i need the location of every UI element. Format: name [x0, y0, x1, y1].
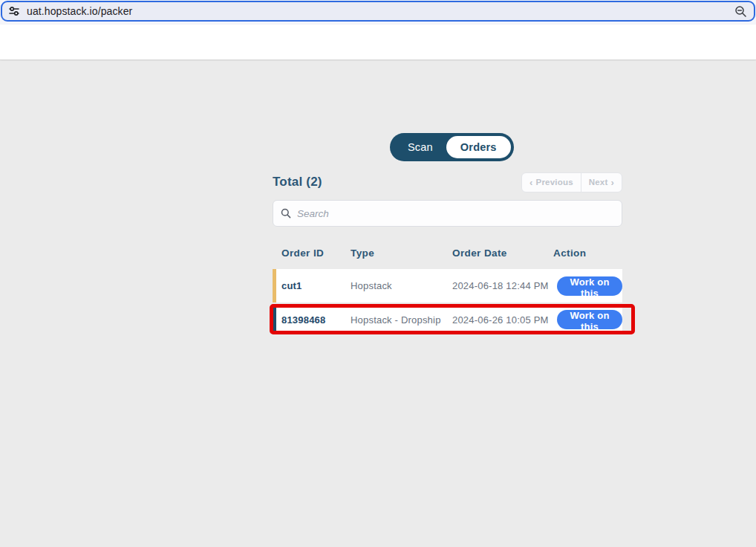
browser-chrome: uat.hopstack.io/packer [0, 0, 756, 25]
main-content: Scan Orders Total (2) ‹ Previous Next › [0, 61, 756, 547]
zoom-out-icon[interactable] [733, 4, 748, 19]
toggle-option-scan[interactable]: Scan [390, 141, 446, 153]
pagination: ‹ Previous Next › [521, 172, 622, 192]
row-accent-bar [273, 308, 276, 331]
total-count-label: Total (2) [273, 175, 322, 190]
orders-table: Order ID Type Order Date Action cut1 Hop… [273, 242, 622, 331]
search-input[interactable] [297, 208, 614, 219]
next-button[interactable]: Next › [581, 173, 622, 192]
tune-icon[interactable] [7, 4, 21, 18]
order-id-cell: cut1 [281, 280, 351, 291]
address-bar[interactable]: uat.hopstack.io/packer [1, 1, 755, 22]
column-header-action: Action [553, 247, 622, 259]
toggle-option-orders[interactable]: Orders [446, 136, 511, 158]
chevron-right-icon: › [610, 178, 614, 187]
orders-panel: Total (2) ‹ Previous Next › [273, 172, 622, 331]
row-accent-bar [273, 269, 276, 302]
order-date-cell: 2024-06-26 10:05 PM [452, 314, 553, 326]
previous-button[interactable]: ‹ Previous [522, 173, 581, 192]
order-date-cell: 2024-06-18 12:44 PM [452, 280, 553, 291]
work-on-this-button[interactable]: Work on this [557, 310, 622, 329]
table-header-row: Order ID Type Order Date Action [273, 242, 622, 269]
search-icon [281, 208, 291, 219]
table-row: 81398468 Hopstack - Dropship 2024-06-26 … [273, 308, 622, 331]
next-button-label: Next [589, 178, 608, 187]
previous-button-label: Previous [536, 178, 573, 187]
chevron-left-icon: ‹ [529, 178, 533, 187]
order-id-cell: 81398468 [281, 314, 351, 326]
search-box[interactable] [273, 200, 622, 227]
app-header [0, 25, 756, 60]
url-text[interactable]: uat.hopstack.io/packer [27, 5, 733, 17]
type-cell: Hopstack - Dropship [351, 314, 452, 326]
type-cell: Hopstack [351, 280, 452, 291]
work-on-this-button[interactable]: Work on this [557, 276, 622, 296]
column-header-order-id: Order ID [281, 247, 351, 259]
table-row: cut1 Hopstack 2024-06-18 12:44 PM Work o… [273, 269, 622, 302]
column-header-type: Type [351, 247, 452, 259]
scan-orders-toggle[interactable]: Scan Orders [390, 133, 514, 161]
column-header-order-date: Order Date [452, 247, 553, 259]
